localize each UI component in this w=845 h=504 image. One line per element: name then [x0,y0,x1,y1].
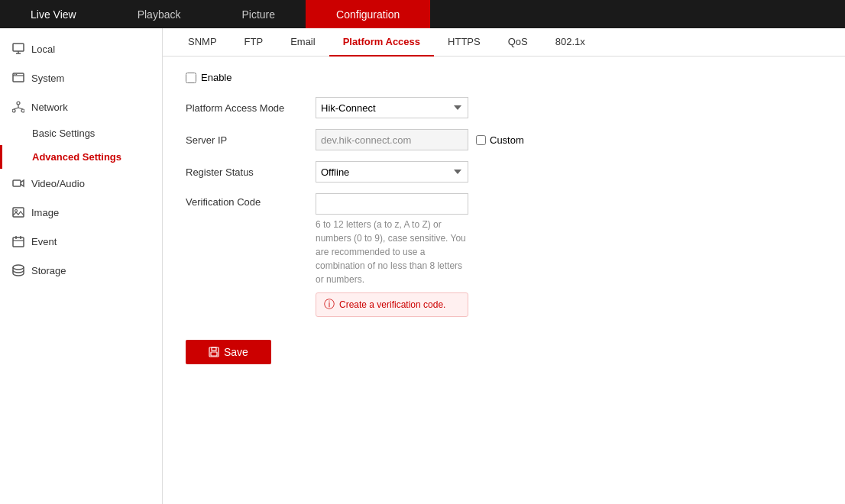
svg-point-9 [21,109,24,112]
verification-code-label: Verification Code [186,193,316,208]
server-ip-label: Server IP [186,134,316,146]
monitor-icon [11,42,25,56]
platform-access-mode-select[interactable]: Hik-Connect ISUP [316,97,468,118]
save-label: Save [224,346,248,358]
svg-point-6 [16,74,18,76]
svg-rect-23 [211,352,217,356]
tab-qos[interactable]: QoS [494,28,542,57]
save-button[interactable]: Save [186,340,271,364]
storage-icon [11,263,25,277]
sidebar-item-local[interactable]: Local [0,34,162,63]
sidebar-item-image[interactable]: Image [0,198,162,227]
sidebar: Local System Network Basic Settings Adva… [0,28,163,504]
register-status-row: Register Status Offline Online [186,161,822,183]
system-icon [11,71,25,85]
event-icon [11,234,25,248]
main-content: SNMP FTP Email Platform Access HTTPS QoS… [163,28,845,504]
platform-access-mode-label: Platform Access Mode [186,102,316,114]
svg-point-5 [15,74,16,76]
sidebar-label-system: System [31,73,64,84]
sidebar-label-event: Event [31,236,57,247]
tab-snmp[interactable]: SNMP [174,28,231,57]
sidebar-label-local: Local [31,44,55,55]
warning-text: Create a verification code. [339,299,445,310]
platform-access-mode-row: Platform Access Mode Hik-Connect ISUP [186,97,822,118]
nav-picture[interactable]: Picture [211,0,306,28]
register-status-label: Register Status [186,166,316,178]
svg-rect-14 [13,208,24,217]
sidebar-label-storage: Storage [31,265,66,276]
enable-row: Enable [186,72,822,83]
warning-icon: ⓘ [324,298,335,312]
svg-point-15 [15,210,18,212]
sidebar-item-network[interactable]: Network [0,92,162,121]
nav-configuration[interactable]: Configuration [306,0,430,28]
video-icon [11,176,25,190]
custom-wrap: Custom [476,134,524,146]
svg-line-11 [14,108,18,109]
tab-802-1x[interactable]: 802.1x [542,28,599,57]
nav-live-view[interactable]: Live View [0,0,107,28]
sidebar-item-advanced-settings[interactable]: Advanced Settings [0,145,162,169]
svg-rect-16 [13,237,24,247]
verification-code-input[interactable] [316,193,468,215]
verification-code-row: Verification Code 6 to 12 letters (a to … [186,193,822,317]
register-status-select[interactable]: Offline Online [316,161,468,183]
sidebar-label-video-audio: Video/Audio [31,178,85,189]
custom-label: Custom [490,134,524,146]
sidebar-item-event[interactable]: Event [0,227,162,256]
sidebar-item-basic-settings[interactable]: Basic Settings [0,121,162,145]
save-icon [209,347,219,357]
sidebar-label-network: Network [31,102,68,113]
tab-email[interactable]: Email [277,28,329,57]
create-verification-warning[interactable]: ⓘ Create a verification code. [316,292,468,317]
server-ip-input[interactable] [316,129,468,150]
svg-rect-0 [13,44,24,51]
sidebar-item-video-audio[interactable]: Video/Audio [0,169,162,198]
nav-playback[interactable]: Playback [107,0,212,28]
sidebar-item-system[interactable]: System [0,63,162,92]
tab-https[interactable]: HTTPS [434,28,494,57]
tab-platform-access[interactable]: Platform Access [329,28,434,57]
platform-access-form: Enable Platform Access Mode Hik-Connect … [163,57,845,380]
network-icon [11,100,25,114]
tab-ftp[interactable]: FTP [231,28,277,57]
svg-rect-13 [13,180,21,186]
sidebar-item-storage[interactable]: Storage [0,256,162,285]
main-layout: Local System Network Basic Settings Adva… [0,28,845,504]
verification-hint: 6 to 12 letters (a to z, A to Z) or numb… [316,218,468,286]
top-navigation: Live View Playback Picture Configuration [0,0,845,28]
svg-point-20 [13,265,24,270]
svg-point-8 [12,109,15,112]
image-icon [11,205,25,219]
svg-line-12 [18,108,23,109]
verification-col: 6 to 12 letters (a to z, A to Z) or numb… [316,193,468,317]
custom-checkbox[interactable] [476,135,486,145]
svg-rect-22 [212,347,216,351]
tab-bar: SNMP FTP Email Platform Access HTTPS QoS… [163,28,845,57]
svg-point-7 [17,102,20,105]
enable-checkbox[interactable] [186,73,196,83]
sidebar-label-image: Image [31,207,59,218]
server-ip-row: Server IP Custom [186,129,822,150]
enable-label: Enable [201,72,231,83]
